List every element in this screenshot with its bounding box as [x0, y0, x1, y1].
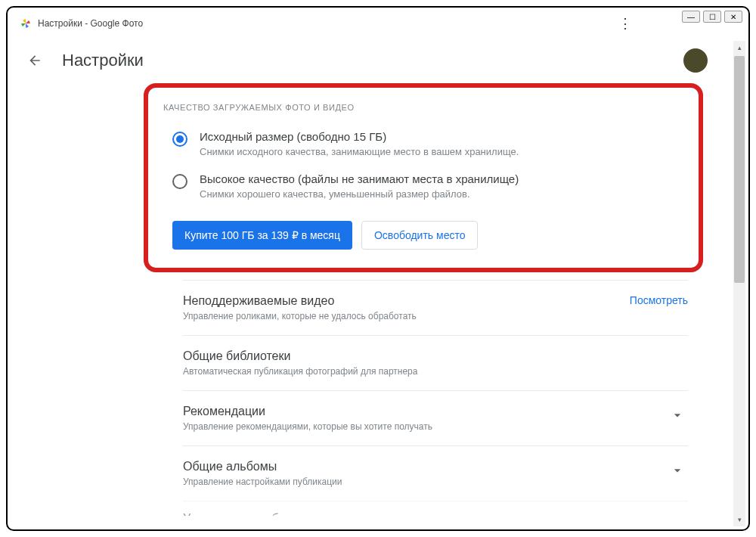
minimize-button[interactable]: — [682, 11, 700, 23]
setting-text: Рекомендации Управление рекомендациями, … [183, 405, 667, 432]
setting-title: Неподдерживаемые видео [183, 294, 630, 308]
chevron-down-icon[interactable] [667, 405, 688, 429]
radio-content: Высокое качество (файлы не занимают мест… [200, 172, 683, 200]
maximize-button[interactable]: ☐ [703, 11, 721, 23]
kebab-menu-icon[interactable]: ⋮ [612, 12, 638, 35]
scrollbar-thumb[interactable] [734, 56, 745, 283]
chevron-down-icon[interactable] [667, 460, 688, 484]
button-row: Купите 100 ГБ за 139 ₽ в месяц Освободит… [163, 221, 683, 250]
radio-unselected-icon[interactable] [172, 174, 187, 189]
arrow-left-icon [27, 53, 42, 68]
app-window: — ☐ ✕ Настройки - Google Фото ⋮ Настройк… [6, 6, 750, 531]
highlighted-section: КАЧЕСТВО ЗАГРУЖАЕМЫХ ФОТО И ВИДЕО Исходн… [144, 83, 703, 272]
scroll-down-icon[interactable]: ▾ [734, 514, 745, 525]
free-space-button[interactable]: Освободить место [361, 221, 479, 250]
page-header: Настройки [8, 38, 748, 83]
setting-text: Общие библиотеки Автоматическая публикац… [183, 349, 688, 377]
setting-desc: Управление роликами, которые не удалось … [183, 311, 630, 321]
setting-title: Общие альбомы [183, 460, 667, 473]
buy-storage-button[interactable]: Купите 100 ГБ за 139 ₽ в месяц [172, 221, 352, 250]
setting-text: Общие альбомы Управление настройками пуб… [183, 460, 667, 487]
user-avatar[interactable] [683, 48, 708, 73]
titlebar: Настройки - Google Фото ⋮ [8, 8, 748, 38]
setting-shared-albums[interactable]: Общие альбомы Управление настройками пуб… [183, 445, 688, 501]
radio-option-original[interactable]: Исходный размер (свободно 15 ГБ) Снимки … [163, 130, 683, 157]
setting-title: Рекомендации [183, 405, 667, 418]
setting-desc: Управление настройками публикации [183, 476, 667, 487]
scrollbar[interactable]: ▴ ▾ [733, 41, 745, 526]
setting-title: Общие библиотеки [183, 349, 688, 363]
setting-desc: Автоматическая публикация фотографий для… [183, 366, 688, 377]
settings-content: КАЧЕСТВО ЗАГРУЖАЕМЫХ ФОТО И ВИДЕО Исходн… [8, 83, 748, 516]
google-photos-logo-icon [20, 17, 32, 29]
page-title: Настройки [62, 51, 144, 70]
setting-recommendations[interactable]: Рекомендации Управление рекомендациями, … [183, 390, 688, 445]
view-link[interactable]: Посмотреть [630, 294, 688, 306]
setting-text: Неподдерживаемые видео Управление ролика… [183, 294, 630, 321]
quality-section-header: КАЧЕСТВО ЗАГРУЖАЕМЫХ ФОТО И ВИДЕО [163, 103, 683, 112]
back-button[interactable] [26, 51, 44, 70]
window-controls: — ☐ ✕ [682, 11, 742, 23]
radio-content: Исходный размер (свободно 15 ГБ) Снимки … [200, 130, 683, 157]
setting-cutoff: Уведомления в браузере [183, 501, 688, 516]
radio-option-high-quality[interactable]: Высокое качество (файлы не занимают мест… [163, 172, 683, 200]
setting-shared-libraries[interactable]: Общие библиотеки Автоматическая публикац… [183, 335, 688, 390]
scroll-up-icon[interactable]: ▴ [734, 42, 745, 53]
radio-selected-icon[interactable] [172, 132, 187, 147]
radio-desc: Снимки исходного качества, занимающие ме… [200, 146, 683, 157]
radio-title: Исходный размер (свободно 15 ГБ) [200, 130, 683, 143]
setting-unsupported-videos: Неподдерживаемые видео Управление ролика… [183, 280, 688, 335]
radio-desc: Снимки хорошего качества, уменьшенный ра… [200, 188, 683, 200]
radio-title: Высокое качество (файлы не занимают мест… [200, 172, 683, 185]
window-title: Настройки - Google Фото [38, 18, 143, 29]
close-button[interactable]: ✕ [724, 11, 742, 23]
setting-desc: Управление рекомендациями, которые вы хо… [183, 421, 667, 432]
